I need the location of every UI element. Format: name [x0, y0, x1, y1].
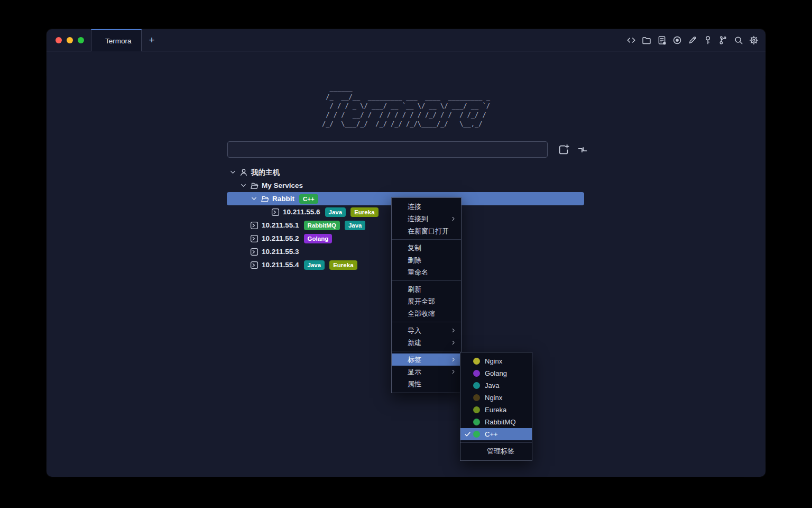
new-tab-button[interactable]: + — [142, 30, 162, 51]
chevron-down-icon — [240, 182, 247, 189]
tag-color-dot — [473, 358, 480, 365]
tab-label: Termora — [105, 37, 132, 45]
tree-item-label: Rabbit — [272, 195, 294, 203]
tag-menu-item-eureka[interactable]: Eureka — [460, 404, 532, 416]
context-menu-item-2-0[interactable]: 刷新 — [392, 283, 461, 295]
tag-color-dot — [473, 431, 480, 438]
folder-open-icon — [250, 182, 259, 190]
key-icon[interactable] — [703, 35, 713, 45]
tag-badge: Golang — [304, 234, 333, 243]
tree-item-label: 10.211.55.4 — [262, 261, 299, 269]
tag-menu-item-nginx[interactable]: Nginx — [460, 355, 532, 367]
close-window-button[interactable] — [56, 37, 62, 43]
tag-badge: Java — [304, 260, 325, 270]
menu-item-label: 删除 — [408, 256, 421, 265]
menu-item-label: 复制 — [408, 243, 421, 253]
submenu-arrow-icon — [450, 216, 456, 222]
manage-tags-label: 管理标签 — [487, 447, 514, 455]
tree-item-label: 我的主机 — [251, 168, 280, 177]
search-icon[interactable] — [734, 35, 743, 45]
window-controls — [47, 29, 91, 51]
menu-item-label: 导入 — [408, 326, 421, 335]
menu-item-label: 属性 — [408, 379, 421, 389]
submenu-arrow-icon — [450, 328, 456, 333]
context-menu-item-1-1[interactable]: 删除 — [392, 254, 461, 266]
titlebar: Termora + — [47, 29, 765, 51]
tag-menu-item-c[interactable]: C++ — [460, 428, 532, 440]
add-host-icon[interactable] — [558, 144, 569, 156]
menu-item-label: 全部收缩 — [408, 309, 435, 319]
check-icon — [464, 358, 473, 365]
context-menu-item-4-0[interactable]: 标签 — [392, 353, 461, 366]
tag-submenu: NginxGolangJavaNginxEurekaRabbitMQC++管理标… — [460, 352, 532, 461]
keychain-icon[interactable] — [718, 35, 728, 45]
log-icon[interactable] — [657, 35, 667, 45]
code-icon[interactable] — [626, 35, 636, 45]
split-layout-icon[interactable] — [577, 144, 588, 156]
titlebar-rest: + — [142, 29, 765, 51]
app-window: Termora + ______ /_ __/__ _________ ___ … — [47, 29, 765, 477]
tree-item-label: 10.211.55.6 — [283, 208, 320, 216]
submenu-arrow-icon — [450, 369, 456, 375]
ascii-logo-wrap: ______ /_ __/__ _________ ___ ____ _____… — [47, 84, 765, 129]
zoom-window-button[interactable] — [78, 37, 84, 43]
tab-termora[interactable]: Termora — [91, 29, 142, 51]
tag-badge: RabbitMQ — [304, 221, 340, 230]
menu-item-label: 在新窗口打开 — [408, 226, 449, 236]
tag-menu-label: Nginx — [485, 394, 502, 402]
tag-menu-label: C++ — [485, 430, 498, 438]
record-icon[interactable] — [672, 35, 682, 45]
quick-connect-input[interactable] — [227, 141, 548, 158]
menu-item-label: 连接到 — [408, 214, 428, 224]
context-menu-item-4-1[interactable]: 显示 — [392, 366, 461, 378]
context-menu-item-0-0[interactable]: 连接 — [392, 201, 461, 213]
tag-menu-label: RabbitMQ — [485, 418, 516, 426]
menu-separator — [460, 442, 532, 443]
tag-badge: Eureka — [350, 207, 378, 217]
tree-item-label: 10.211.55.3 — [262, 248, 299, 256]
tree-item--[interactable]: 我的主机 — [227, 166, 584, 179]
check-icon — [464, 394, 473, 401]
tag-menu-label: Golang — [485, 369, 507, 377]
context-menu-item-4-2[interactable]: 属性 — [392, 378, 461, 390]
tag-badge: C++ — [299, 194, 318, 204]
folder-open-icon — [261, 195, 269, 203]
context-menu-item-2-2[interactable]: 全部收缩 — [392, 307, 461, 320]
context-menu-item-1-0[interactable]: 复制 — [392, 242, 461, 254]
tag-color-dot — [473, 370, 480, 377]
tag-color-dot — [473, 419, 480, 425]
manage-tags-item[interactable]: 管理标签 — [460, 445, 532, 458]
folder-icon[interactable] — [642, 35, 651, 45]
menu-separator — [392, 322, 461, 322]
tag-menu-item-golang[interactable]: Golang — [460, 367, 532, 379]
tag-badge: Java — [345, 221, 366, 230]
user-icon — [239, 168, 248, 177]
context-menu-item-2-1[interactable]: 展开全部 — [392, 295, 461, 307]
tag-color-dot — [473, 406, 480, 413]
check-icon — [464, 370, 473, 377]
terminal-icon — [250, 221, 259, 230]
terminal-icon — [250, 248, 259, 256]
tree-item-my-services[interactable]: My Services — [227, 179, 584, 192]
tag-menu-item-java[interactable]: Java — [460, 379, 532, 392]
menu-separator — [392, 280, 461, 281]
menu-separator — [392, 351, 461, 351]
context-menu-item-0-2[interactable]: 在新窗口打开 — [392, 225, 461, 237]
context-menu-item-1-2[interactable]: 重命名 — [392, 266, 461, 278]
menu-separator — [392, 239, 461, 240]
menu-item-label: 重命名 — [408, 268, 428, 277]
edit-icon[interactable] — [688, 35, 697, 45]
tag-menu-item-rabbitmq[interactable]: RabbitMQ — [460, 416, 532, 428]
tag-menu-item-nginx[interactable]: Nginx — [460, 392, 532, 404]
tag-color-dot — [473, 382, 480, 389]
minimize-window-button[interactable] — [67, 37, 73, 43]
check-icon — [464, 406, 473, 413]
context-menu-item-3-1[interactable]: 新建 — [392, 337, 461, 349]
ascii-logo: ______ /_ __/__ _________ ___ ____ _____… — [322, 84, 490, 129]
submenu-arrow-icon — [450, 357, 456, 362]
context-menu-item-3-0[interactable]: 导入 — [392, 324, 461, 337]
terminal-icon — [271, 208, 280, 216]
settings-icon[interactable] — [749, 35, 759, 45]
context-menu-item-0-1[interactable]: 连接到 — [392, 213, 461, 225]
menu-item-label: 刷新 — [408, 285, 421, 294]
